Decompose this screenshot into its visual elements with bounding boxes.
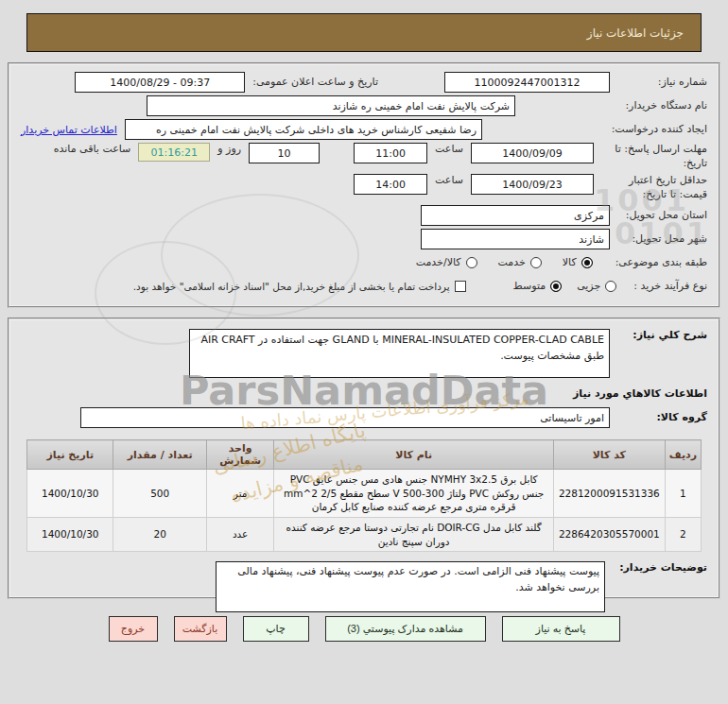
remaining-hours-label: ساعت باقی مانده — [54, 143, 131, 157]
cell-name: کابل برق NYMHY 3x2.5 جنس هادی مس جنس عای… — [274, 470, 554, 518]
col-row-no: ردیف — [665, 440, 701, 470]
validity-row: حداقل تاریخ اعتبار قیمت: تا تاریخ: 1400/… — [21, 174, 707, 202]
validity-time-field[interactable]: 14:00 — [354, 174, 427, 195]
remaining-days-field[interactable]: 10 — [249, 143, 320, 163]
requester-label: ایجاد کننده درخواست: — [490, 123, 707, 137]
radio-minor-label: جزیی — [577, 280, 600, 294]
cell-date: 1400/10/30 — [27, 470, 113, 518]
province-field[interactable]: مرکزی — [421, 205, 610, 226]
process-label: نوع فرآیند خرید : — [633, 280, 707, 294]
radio-service-icon[interactable] — [530, 257, 542, 268]
goods-group-row: گروه کالا: امور تاسیساتی — [21, 407, 707, 428]
action-buttons: پاسخ به نیاز مشاهده مدارک پیوستي (3) چاپ… — [0, 616, 728, 642]
buyer-notes-row: توضیحات خریدار: پیوست پیشنهاد فنی الزامی… — [21, 561, 707, 612]
col-code: کد کالا — [553, 440, 665, 470]
radio-medium-icon[interactable] — [550, 281, 562, 292]
deadline-label: مهلت ارسال پاسخ: تا تاریخ: — [601, 143, 707, 171]
province-label: استان محل تحویل: — [617, 209, 707, 223]
city-row: شهر محل تحویل: شازند — [21, 229, 707, 249]
announce-datetime-field[interactable]: 1400/08/29 - 09:37 — [75, 72, 245, 93]
validity-date-field[interactable]: 1400/09/23 — [471, 174, 594, 195]
validity-hour-label: ساعت — [435, 174, 463, 188]
process-row: نوع فرآیند خرید : جزیی متوسط پرداخت تمام… — [21, 276, 707, 297]
buyer-org-row: نام دستگاه خریدار: شرکت پالایش نفت امام … — [21, 95, 707, 116]
need-desc-row: شرح کلي نیاز: MINERAL-INSULATED COPPER-C… — [21, 329, 707, 378]
deadline-hour-label: ساعت — [435, 143, 463, 157]
cell-row-no: 1 — [665, 470, 701, 518]
goods-group-field[interactable]: امور تاسیساتی — [80, 407, 610, 428]
radio-goods-icon[interactable] — [581, 257, 593, 268]
announce-label: تاریخ و ساعت اعلان عمومی: — [252, 76, 378, 90]
exit-button[interactable]: خروج — [109, 616, 158, 642]
cell-qty: 500 — [113, 470, 206, 518]
need-desc-label: شرح کلي نیاز: — [617, 329, 707, 343]
print-button[interactable]: چاپ — [243, 616, 309, 642]
deadline-time-field[interactable]: 11:00 — [354, 143, 427, 163]
col-qty: تعداد / مقدار — [113, 440, 206, 470]
buyer-notes-label: توضیحات خریدار: — [613, 561, 707, 575]
radio-goods-service-icon[interactable] — [466, 257, 477, 268]
radio-medium-label: متوسط — [513, 280, 546, 294]
need-desc-textarea[interactable]: MINERAL-INSULATED COPPER-CLAD CABLE با G… — [189, 329, 610, 378]
deadline-date-field[interactable]: 1400/09/09 — [471, 143, 594, 163]
requester-row: ایجاد کننده درخواست: رضا شفیعی کارشناس خ… — [21, 119, 707, 140]
category-row: طبقه بندی موضوعی: کالا خدمت کالا/خدمت — [21, 252, 707, 273]
validity-label: حداقل تاریخ اعتبار قیمت: تا تاریخ: — [601, 174, 707, 202]
buyer-org-label: نام دستگاه خریدار: — [523, 99, 707, 113]
col-name: نام کالا — [274, 440, 554, 470]
goods-group-label: گروه کالا: — [617, 411, 707, 425]
cell-row-no: 2 — [665, 518, 701, 552]
buyer-org-field[interactable]: شرکت پالایش نفت امام خمینی ره شازند — [147, 95, 515, 116]
days-label: روز و — [217, 143, 241, 157]
city-field[interactable]: شازند — [421, 229, 610, 249]
cell-code: 2286420305570001 — [553, 518, 665, 552]
treasury-note-label: پرداخت تمام یا بخشی از مبلغ خرید,از محل … — [133, 280, 450, 293]
request-info-panel: شماره نیاز: 1100092447001312 تاریخ و ساع… — [8, 62, 720, 308]
attachments-button[interactable]: مشاهده مدارک پیوستي (3) — [325, 616, 486, 642]
table-row: 2 2286420305570001 گلند کابل مدل DOIR-CG… — [27, 518, 702, 552]
buyer-notes-textarea[interactable]: پیوست پیشنهاد فنی الزامی است. در صورت عد… — [216, 561, 605, 612]
page-title: جزئیات اطلاعات نیاز — [587, 26, 684, 40]
need-number-label: شماره نیاز: — [617, 76, 707, 90]
cell-unit: متر — [206, 470, 273, 518]
cell-unit: عدد — [206, 518, 273, 552]
need-number-row: شماره نیاز: 1100092447001312 تاریخ و ساع… — [21, 72, 707, 93]
province-row: استان محل تحویل: مرکزی — [21, 205, 707, 226]
cell-code: 2281200091531336 — [553, 470, 665, 518]
table-row: 1 2281200091531336 کابل برق NYMHY 3x2.5 … — [27, 470, 702, 518]
items-table: ردیف کد کالا نام کالا واحد شمارش تعداد /… — [26, 439, 702, 552]
need-number-field[interactable]: 1100092447001312 — [444, 72, 610, 93]
title-bar: جزئیات اطلاعات نیاز — [26, 13, 702, 52]
table-header-row: ردیف کد کالا نام کالا واحد شمارش تعداد /… — [27, 440, 702, 470]
buyer-contact-link[interactable]: اطلاعات تماس خریدار — [21, 124, 117, 136]
cell-date: 1400/10/30 — [27, 518, 113, 552]
category-label: طبقه بندی موضوعی: — [615, 256, 707, 270]
respond-button[interactable]: پاسخ به نیاز — [502, 616, 620, 642]
radio-service-label: خدمت — [498, 256, 526, 270]
items-section-header: اطلاعات کالاهاي مورد نیاز — [21, 387, 707, 400]
items-panel: شرح کلي نیاز: MINERAL-INSULATED COPPER-C… — [8, 318, 720, 599]
radio-minor-icon[interactable] — [605, 281, 616, 292]
deadline-row: مهلت ارسال پاسخ: تا تاریخ: 1400/09/09 سا… — [21, 143, 707, 171]
countdown-field: 01:16:21 — [138, 143, 210, 162]
cell-qty: 20 — [113, 518, 206, 552]
cell-name: گلند کابل مدل DOIR-CG نام تجارتی دوستا م… — [274, 518, 554, 552]
radio-goods-label: کالا — [563, 256, 577, 270]
requester-field[interactable]: رضا شفیعی کارشناس خرید های داخلی شرکت پا… — [125, 119, 482, 140]
col-date: تاریخ نیاز — [27, 440, 113, 470]
back-button[interactable]: بازگشت — [174, 616, 227, 642]
city-label: شهر محل تحویل: — [617, 232, 707, 247]
treasury-checkbox-icon[interactable] — [455, 281, 466, 292]
radio-goods-service-label: کالا/خدمت — [416, 256, 461, 270]
col-unit: واحد شمارش — [206, 440, 273, 470]
